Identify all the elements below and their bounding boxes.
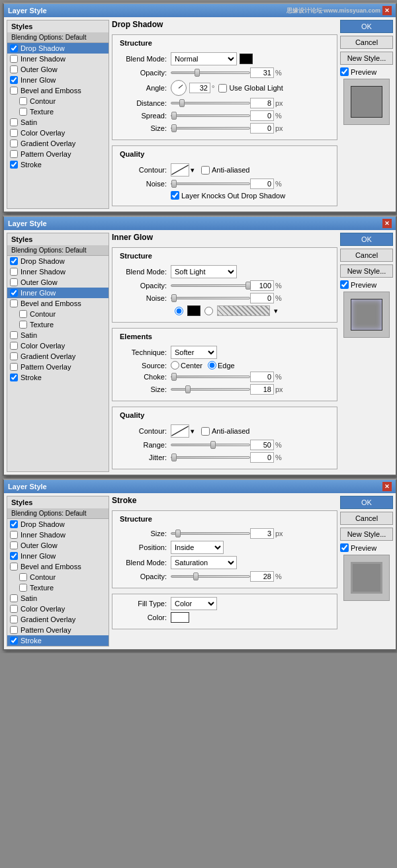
style-bevel-3[interactable]: Bevel and Emboss	[7, 561, 109, 572]
anti-alias-label-1[interactable]: Anti-aliased	[201, 166, 249, 175]
noise-input-2[interactable]	[250, 293, 274, 303]
opacity-slider-2[interactable]	[171, 284, 250, 287]
style-stroke-2[interactable]: Stroke	[7, 372, 109, 383]
style-stroke-3[interactable]: Stroke	[7, 635, 109, 646]
cb-texture-2[interactable]	[19, 321, 27, 329]
solid-color-swatch-2[interactable]	[187, 305, 200, 316]
cb-outer-glow-2[interactable]	[10, 278, 18, 286]
style-color-overlay-1[interactable]: Color Overlay	[7, 128, 109, 138]
cb-bevel-1[interactable]	[10, 87, 18, 95]
source-center-label-2[interactable]: Center	[171, 361, 202, 370]
blending-options-3[interactable]: Blending Options: Default	[7, 508, 109, 519]
style-inner-glow-1[interactable]: Inner Glow	[7, 75, 109, 85]
contour-preview-1[interactable]	[171, 163, 189, 177]
blending-options-2[interactable]: Blending Options: Default	[7, 245, 109, 256]
style-pattern-overlay-2[interactable]: Pattern Overlay	[7, 362, 109, 372]
radio-gradient-2[interactable]	[204, 307, 213, 315]
cb-bevel-2[interactable]	[10, 299, 18, 307]
preview-cb-1[interactable]	[340, 67, 349, 76]
global-light-label-1[interactable]: Use Global Light	[218, 84, 283, 93]
size-slider-2[interactable]	[171, 388, 250, 391]
style-inner-shadow-3[interactable]: Inner Shadow	[7, 530, 109, 540]
preview-cb-2[interactable]	[340, 280, 349, 289]
opacity-input-1[interactable]	[250, 67, 274, 78]
cb-color-overlay-3[interactable]	[10, 605, 18, 613]
cb-pattern-overlay-2[interactable]	[10, 363, 18, 371]
contour-arrow-1[interactable]: ▾	[191, 166, 195, 175]
cb-color-overlay-2[interactable]	[10, 342, 18, 350]
angle-dial-1[interactable]	[171, 80, 187, 96]
ok-button-2[interactable]: OK	[340, 233, 393, 246]
contour-arrow-2[interactable]: ▾	[191, 427, 195, 436]
style-texture-2[interactable]: Texture	[7, 319, 109, 330]
cb-texture-3[interactable]	[19, 584, 27, 592]
anti-alias-cb-1[interactable]	[201, 166, 210, 175]
style-drop-shadow-1[interactable]: Drop Shadow	[7, 43, 109, 54]
style-gradient-overlay-3[interactable]: Gradient Overlay	[7, 614, 109, 625]
close-button-3[interactable]: ✕	[382, 482, 392, 491]
style-inner-glow-3[interactable]: Inner Glow	[7, 551, 109, 561]
spread-slider-1[interactable]	[171, 114, 250, 117]
global-light-cb-1[interactable]	[218, 84, 227, 93]
cb-inner-glow-2[interactable]	[10, 289, 18, 297]
cb-color-overlay-1[interactable]	[10, 129, 18, 137]
choke-slider-2[interactable]	[171, 375, 250, 378]
style-inner-shadow-2[interactable]: Inner Shadow	[7, 266, 109, 277]
opacity-input-3[interactable]	[250, 571, 274, 582]
blending-options-1[interactable]: Blending Options: Default	[7, 32, 109, 43]
size-input-1[interactable]	[250, 123, 274, 134]
preview-cb-3[interactable]	[340, 543, 349, 552]
source-center-radio-2[interactable]	[171, 361, 179, 370]
jitter-slider-2[interactable]	[171, 456, 250, 459]
style-satin-2[interactable]: Satin	[7, 330, 109, 340]
new-style-button-3[interactable]: New Style...	[340, 528, 393, 541]
spread-input-1[interactable]	[250, 110, 274, 121]
cb-outer-glow-1[interactable]	[10, 65, 18, 73]
stroke-color-swatch-3[interactable]	[171, 612, 189, 623]
blend-mode-select-3[interactable]: Saturation	[171, 556, 237, 569]
gradient-arrow-2[interactable]: ▾	[274, 307, 278, 315]
style-pattern-overlay-3[interactable]: Pattern Overlay	[7, 625, 109, 635]
cb-outer-glow-3[interactable]	[10, 541, 18, 549]
preview-label-1[interactable]: Preview	[340, 67, 393, 76]
anti-alias-label-2[interactable]: Anti-aliased	[201, 427, 249, 436]
style-bevel-1[interactable]: Bevel and Emboss	[7, 85, 109, 96]
style-contour-3[interactable]: Contour	[7, 572, 109, 582]
cb-inner-glow-3[interactable]	[10, 552, 18, 560]
style-gradient-overlay-1[interactable]: Gradient Overlay	[7, 138, 109, 149]
blend-mode-select-1[interactable]: Normal	[171, 52, 237, 65]
angle-input-1[interactable]	[189, 83, 210, 93]
choke-input-2[interactable]	[250, 372, 274, 382]
cb-drop-shadow-2[interactable]	[10, 257, 18, 265]
cb-gradient-overlay-1[interactable]	[10, 139, 18, 147]
range-slider-2[interactable]	[171, 444, 250, 446]
source-edge-label-2[interactable]: Edge	[208, 361, 235, 370]
style-color-overlay-2[interactable]: Color Overlay	[7, 340, 109, 351]
cb-pattern-overlay-1[interactable]	[10, 150, 18, 158]
opacity-slider-1[interactable]	[171, 71, 250, 74]
style-inner-glow-2[interactable]: Inner Glow	[7, 288, 109, 298]
opacity-slider-3[interactable]	[171, 575, 250, 578]
style-outer-glow-3[interactable]: Outer Glow	[7, 540, 109, 551]
cb-inner-shadow-1[interactable]	[10, 55, 18, 63]
cb-gradient-overlay-3[interactable]	[10, 615, 18, 623]
style-texture-1[interactable]: Texture	[7, 106, 109, 117]
style-outer-glow-1[interactable]: Outer Glow	[7, 64, 109, 75]
noise-slider-2[interactable]	[171, 297, 250, 299]
style-outer-glow-2[interactable]: Outer Glow	[7, 277, 109, 288]
size-slider-1[interactable]	[171, 127, 250, 130]
cb-bevel-3[interactable]	[10, 563, 18, 571]
noise-slider-1[interactable]	[171, 182, 250, 185]
cb-stroke-2[interactable]	[10, 374, 18, 381]
anti-alias-cb-2[interactable]	[201, 427, 210, 436]
gradient-swatch-2[interactable]	[217, 305, 270, 316]
cancel-button-1[interactable]: Cancel	[340, 36, 393, 49]
cb-texture-1[interactable]	[19, 108, 27, 116]
distance-input-1[interactable]	[250, 98, 274, 108]
cb-inner-shadow-3[interactable]	[10, 531, 18, 539]
cb-stroke-3[interactable]	[10, 637, 18, 645]
style-gradient-overlay-2[interactable]: Gradient Overlay	[7, 351, 109, 362]
cb-gradient-overlay-2[interactable]	[10, 352, 18, 360]
new-style-button-2[interactable]: New Style...	[340, 264, 393, 278]
cb-contour-1[interactable]	[19, 97, 27, 105]
